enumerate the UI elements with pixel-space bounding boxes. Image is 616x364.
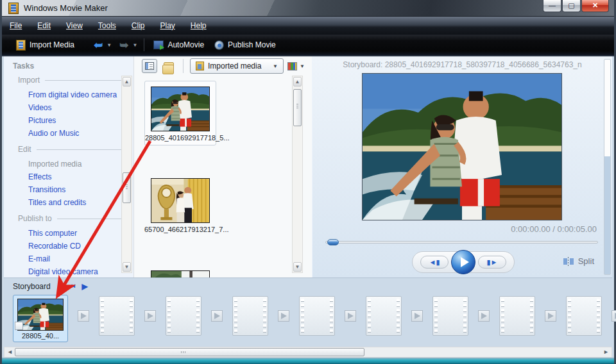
publish-movie-icon (214, 40, 224, 50)
movie-maker-app-icon (8, 3, 19, 14)
folders-icon (164, 62, 174, 70)
contents-toolbar-separator (183, 59, 184, 73)
split-icon (563, 258, 574, 265)
split-label: Split (578, 256, 594, 266)
views-button[interactable]: ▼ (287, 59, 305, 73)
storyboard-empty-cell[interactable] (99, 296, 135, 336)
play-storyboard-button[interactable]: ▶ (81, 282, 87, 291)
media-item-1-thumbnail (151, 87, 210, 131)
menu-edit[interactable]: Edit (30, 19, 58, 33)
tasks-pane: Tasks Import From digital video camera V… (4, 56, 133, 277)
title-bar[interactable]: Windows Movie Maker — ▢ ✕ (2, 0, 614, 17)
import-media-button[interactable]: Import Media (11, 37, 80, 53)
storyboard-clip-1-selected[interactable]: 28805_40... (13, 295, 68, 342)
tasks-pane-toggle-button[interactable] (142, 59, 157, 73)
undo-dropdown[interactable]: ▼ (104, 42, 114, 48)
close-button[interactable]: ✕ (581, 0, 609, 12)
task-from-digital-video-camera[interactable]: From digital video camera (13, 88, 133, 101)
task-audio-or-music[interactable]: Audio or Music (13, 127, 133, 140)
media-item-1-caption: 28805_401692917718_5... (145, 134, 216, 145)
next-frame-button[interactable]: ▮► (478, 256, 506, 269)
collection-dropdown[interactable]: Imported media ▼ (190, 58, 284, 74)
preview-scrollbar[interactable] (604, 59, 611, 275)
contents-scrollbar-thumb[interactable] (293, 89, 302, 126)
scroll-down-icon[interactable]: ▼ (123, 262, 131, 272)
tasks-section-edit: Edit Imported media Effects Transitions … (13, 145, 133, 209)
storyboard-dropdown-icon[interactable]: ▼ (57, 284, 62, 290)
scroll-up-icon[interactable]: ▲ (293, 77, 302, 87)
media-item-1[interactable]: 28805_401692917718_5... (144, 81, 216, 145)
menu-tools[interactable]: Tools (90, 19, 124, 33)
publish-movie-button[interactable]: Publish Movie (209, 38, 281, 53)
undo-button[interactable]: ➥ (89, 36, 104, 54)
previous-frame-button[interactable]: ◄▮ (420, 256, 449, 269)
menu-clip[interactable]: Clip (124, 19, 153, 33)
folders-toggle-button[interactable] (161, 59, 176, 73)
menu-play[interactable]: Play (153, 19, 183, 33)
scroll-right-icon[interactable]: ► (601, 347, 612, 357)
contents-scrollbar[interactable]: ▲ ▼ (292, 76, 303, 273)
seek-bar-thumb[interactable] (327, 239, 339, 245)
storyboard-empty-cell[interactable] (566, 296, 602, 336)
task-this-computer[interactable]: This computer (13, 227, 133, 240)
storyboard-empty-cell[interactable] (299, 296, 335, 336)
tasks-section-publish: Publish to This computer Recordable CD E… (13, 214, 133, 278)
rewind-storyboard-button[interactable]: ⏮ (69, 282, 76, 291)
transition-slot[interactable] (144, 310, 156, 322)
window-bottom-border (2, 358, 614, 364)
redo-button[interactable]: ➥ (114, 36, 130, 54)
tasks-scrollbar-thumb[interactable] (123, 172, 131, 203)
transition-slot[interactable] (411, 310, 423, 322)
storyboard-view-label[interactable]: Storyboard (13, 282, 51, 291)
task-recordable-cd[interactable]: Recordable CD (13, 240, 133, 252)
transition-slot[interactable] (478, 310, 490, 322)
window-title: Windows Movie Maker (24, 3, 108, 13)
transition-slot[interactable] (278, 310, 289, 322)
scroll-up-icon[interactable]: ▲ (123, 77, 131, 87)
main-area: Tasks Import From digital video camera V… (4, 56, 612, 277)
tasks-scrollbar[interactable]: ▲ ▼ (121, 76, 132, 273)
menu-help[interactable]: Help (183, 19, 214, 33)
seek-bar[interactable] (325, 241, 598, 244)
storyboard-clip-1-caption: 28805_40... (13, 332, 67, 342)
minimize-button[interactable]: — (543, 0, 561, 12)
transition-slot[interactable] (78, 310, 89, 322)
undo-icon: ➥ (94, 38, 103, 52)
storyboard-empty-cell[interactable] (366, 296, 402, 336)
scroll-down-icon[interactable]: ▼ (293, 262, 302, 272)
split-button[interactable]: Split (563, 256, 594, 266)
effect-slot-icon[interactable] (15, 322, 23, 330)
task-effects[interactable]: Effects (13, 170, 133, 183)
toolbar-separator (144, 38, 144, 51)
menu-file[interactable]: File (2, 19, 30, 33)
tasks-pane-title: Tasks (13, 62, 133, 70)
menu-view[interactable]: View (58, 19, 90, 33)
contents-toolbar: Imported media ▼ ▼ (134, 56, 312, 76)
transition-slot[interactable] (545, 310, 556, 322)
media-item-2-thumbnail (151, 178, 210, 223)
automovie-button[interactable]: AutoMovie (148, 38, 209, 52)
redo-dropdown[interactable]: ▼ (130, 42, 140, 48)
media-item-2[interactable]: 65700_466217913217_7... (144, 173, 216, 236)
storyboard-empty-cell[interactable] (499, 296, 535, 336)
storyboard-empty-cell[interactable] (432, 296, 468, 336)
storyboard-empty-cell[interactable] (166, 296, 201, 336)
horizontal-scrollbar-thumb[interactable] (15, 348, 364, 356)
transition-slot[interactable] (211, 310, 223, 322)
maximize-button[interactable]: ▢ (562, 0, 581, 12)
task-videos[interactable]: Videos (13, 101, 133, 114)
automovie-icon (153, 40, 164, 49)
transition-slot[interactable] (612, 310, 616, 322)
views-dropdown-icon: ▼ (300, 63, 305, 69)
transition-slot[interactable] (345, 310, 356, 322)
task-imported-media[interactable]: Imported media (13, 158, 133, 170)
task-e-mail[interactable]: E-mail (13, 252, 133, 265)
task-titles-and-credits[interactable]: Titles and credits (13, 196, 133, 209)
task-digital-video-camera[interactable]: Digital video camera (13, 265, 133, 278)
task-pictures[interactable]: Pictures (13, 114, 133, 127)
play-button[interactable] (451, 250, 475, 274)
storyboard-horizontal-scrollbar[interactable]: ◄ ► (4, 347, 612, 358)
storyboard-empty-cell[interactable] (232, 296, 268, 336)
scroll-left-icon[interactable]: ◄ (4, 347, 15, 357)
task-transitions[interactable]: Transitions (13, 183, 133, 196)
